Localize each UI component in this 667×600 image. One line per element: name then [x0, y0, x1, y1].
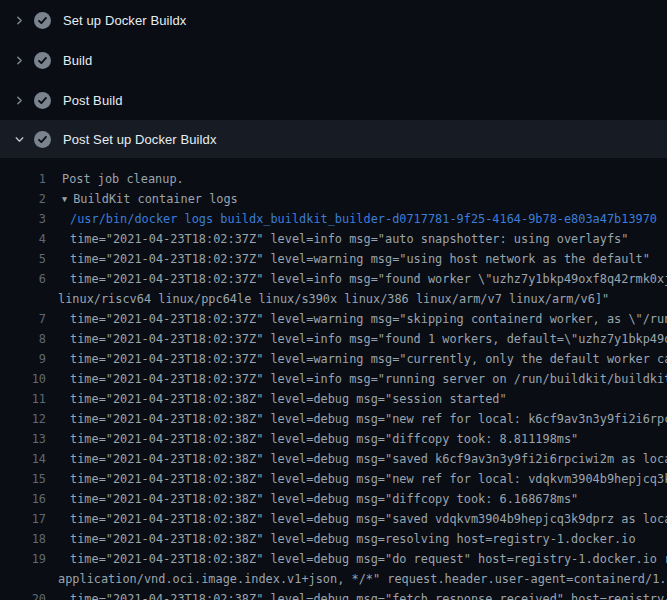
log-text: time="2021-04-23T18:02:38Z" level=debug … — [46, 492, 578, 506]
check-circle-icon — [34, 92, 51, 109]
chevron-down-icon — [12, 134, 26, 145]
step-label: Set up Docker Buildx — [63, 13, 186, 28]
chevron-right-icon — [12, 95, 26, 106]
log-text: time="2021-04-23T18:02:38Z" level=debug … — [46, 392, 507, 406]
log-row: 11time="2021-04-23T18:02:38Z" level=debu… — [0, 389, 667, 409]
line-number[interactable]: 9 — [0, 352, 46, 366]
line-number[interactable]: 4 — [0, 232, 46, 246]
log-text: time="2021-04-23T18:02:37Z" level=warnin… — [46, 352, 667, 366]
line-number[interactable]: 17 — [0, 512, 46, 526]
chevron-right-icon — [12, 15, 26, 26]
line-number[interactable]: 13 — [0, 432, 46, 446]
step-row-set-up-docker-buildx[interactable]: Set up Docker Buildx — [0, 0, 667, 40]
line-number[interactable]: 12 — [0, 412, 46, 426]
log-text[interactable]: ▼BuildKit container logs — [46, 192, 238, 206]
steps-list: Set up Docker BuildxBuildPost BuildPost … — [0, 0, 667, 158]
log-text: time="2021-04-23T18:02:38Z" level=debug … — [46, 512, 667, 526]
log-text: time="2021-04-23T18:02:38Z" level=debug … — [46, 412, 667, 426]
log-text: time="2021-04-23T18:02:37Z" level=info m… — [46, 272, 667, 286]
line-number[interactable]: 10 — [0, 372, 46, 386]
log-row: 1Post job cleanup. — [0, 169, 667, 189]
log-row: 19time="2021-04-23T18:02:38Z" level=debu… — [0, 549, 667, 569]
line-number[interactable]: 20 — [0, 592, 46, 600]
line-number[interactable]: 1 — [0, 172, 46, 186]
log-row: 6time="2021-04-23T18:02:37Z" level=info … — [0, 269, 667, 289]
log-text: time="2021-04-23T18:02:37Z" level=warnin… — [46, 312, 667, 326]
caret-down-icon[interactable]: ▼ — [62, 194, 67, 204]
log-row: linux/riscv64 linux/ppc64le linux/s390x … — [0, 289, 667, 309]
log-text: time="2021-04-23T18:02:38Z" level=debug … — [46, 432, 578, 446]
line-number[interactable]: 19 — [0, 552, 46, 566]
log-row: 10time="2021-04-23T18:02:37Z" level=info… — [0, 369, 667, 389]
line-number[interactable]: 11 — [0, 392, 46, 406]
log-text: linux/riscv64 linux/ppc64le linux/s390x … — [46, 292, 609, 306]
log-command-text: /usr/bin/docker logs buildx_buildkit_bui… — [46, 212, 657, 226]
log-row: 2▼BuildKit container logs — [0, 189, 667, 209]
line-number[interactable]: 5 — [0, 252, 46, 266]
log-text: time="2021-04-23T18:02:37Z" level=info m… — [46, 372, 667, 386]
log-text: time="2021-04-23T18:02:37Z" level=info m… — [46, 332, 667, 346]
step-label: Post Build — [63, 93, 123, 108]
log-row: 9time="2021-04-23T18:02:37Z" level=warni… — [0, 349, 667, 369]
log-text: time="2021-04-23T18:02:38Z" level=debug … — [46, 532, 636, 546]
log-row: 18time="2021-04-23T18:02:38Z" level=debu… — [0, 529, 667, 549]
log-text: time="2021-04-23T18:02:37Z" level=warnin… — [46, 252, 650, 266]
log-row: 4time="2021-04-23T18:02:37Z" level=info … — [0, 229, 667, 249]
check-circle-icon — [34, 12, 51, 29]
workflow-log-viewer: Set up Docker BuildxBuildPost BuildPost … — [0, 0, 667, 600]
line-number[interactable]: 15 — [0, 472, 46, 486]
check-circle-icon — [34, 131, 51, 148]
log-row: 14time="2021-04-23T18:02:38Z" level=debu… — [0, 449, 667, 469]
log-text: application/vnd.oci.image.index.v1+json,… — [46, 572, 667, 586]
log-row: 3/usr/bin/docker logs buildx_buildkit_bu… — [0, 209, 667, 229]
line-number[interactable]: 8 — [0, 332, 46, 346]
log-panel: 1Post job cleanup.2▼BuildKit container l… — [0, 158, 667, 600]
log-text: time="2021-04-23T18:02:38Z" level=debug … — [46, 472, 667, 486]
line-number[interactable]: 16 — [0, 492, 46, 506]
log-row: 7time="2021-04-23T18:02:37Z" level=warni… — [0, 309, 667, 329]
log-row: 17time="2021-04-23T18:02:38Z" level=debu… — [0, 509, 667, 529]
chevron-right-icon — [12, 55, 26, 66]
log-text: time="2021-04-23T18:02:38Z" level=debug … — [46, 592, 667, 600]
line-number[interactable]: 18 — [0, 532, 46, 546]
log-row: 20time="2021-04-23T18:02:38Z" level=debu… — [0, 589, 667, 600]
step-row-build[interactable]: Build — [0, 40, 667, 80]
line-number[interactable]: 2 — [0, 192, 46, 206]
step-label: Build — [63, 53, 92, 68]
log-row: 16time="2021-04-23T18:02:38Z" level=debu… — [0, 489, 667, 509]
check-circle-icon — [34, 52, 51, 69]
log-text: time="2021-04-23T18:02:38Z" level=debug … — [46, 452, 667, 466]
step-row-post-build[interactable]: Post Build — [0, 80, 667, 120]
log-row: 13time="2021-04-23T18:02:38Z" level=debu… — [0, 429, 667, 449]
log-row: 8time="2021-04-23T18:02:37Z" level=info … — [0, 329, 667, 349]
line-number[interactable]: 3 — [0, 212, 46, 226]
log-row: 15time="2021-04-23T18:02:38Z" level=debu… — [0, 469, 667, 489]
log-text: time="2021-04-23T18:02:37Z" level=info m… — [46, 232, 628, 246]
line-number[interactable]: 6 — [0, 272, 46, 286]
group-label: BuildKit container logs — [73, 192, 238, 206]
line-number[interactable]: 14 — [0, 452, 46, 466]
log-row: application/vnd.oci.image.index.v1+json,… — [0, 569, 667, 589]
line-number[interactable]: 7 — [0, 312, 46, 326]
log-row: 5time="2021-04-23T18:02:37Z" level=warni… — [0, 249, 667, 269]
log-text: time="2021-04-23T18:02:38Z" level=debug … — [46, 552, 667, 566]
step-label: Post Set up Docker Buildx — [63, 132, 217, 147]
log-text: Post job cleanup. — [46, 172, 184, 186]
step-row-post-set-up-docker-buildx[interactable]: Post Set up Docker Buildx — [0, 120, 667, 158]
log-row: 12time="2021-04-23T18:02:38Z" level=debu… — [0, 409, 667, 429]
